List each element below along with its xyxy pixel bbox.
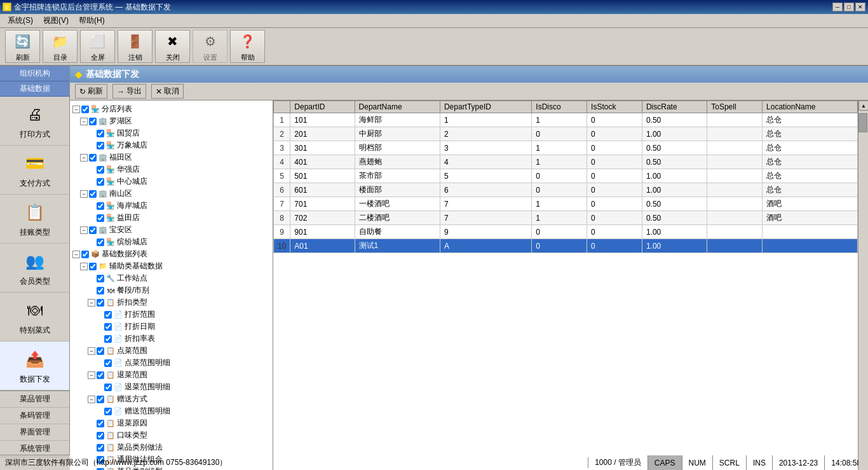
cell-isstock[interactable]: 0	[587, 155, 642, 169]
cell-departid[interactable]: A01	[290, 239, 355, 253]
cell-tospell[interactable]	[707, 225, 763, 239]
tree-checkbox[interactable]	[97, 396, 104, 403]
cell-departname[interactable]: 海鲜部	[355, 113, 440, 127]
sidebar-print[interactable]: 🖨 打印方式	[0, 97, 69, 146]
sidebar-ui-mgmt[interactable]: 界面管理	[0, 424, 69, 441]
cell-isdisco[interactable]: 0	[532, 127, 587, 141]
tree-panel[interactable]: −🏪分店列表−🏢罗湖区🏪国贸店🏪万象城店−🏢福田区🏪华强店🏪中心城店−🏢南山区🏪…	[70, 100, 273, 470]
tree-node[interactable]: −🏢福田区	[72, 151, 270, 163]
cell-locationname[interactable]: 总仓	[763, 169, 858, 183]
sidebar-barcode-mgmt[interactable]: 条码管理	[0, 408, 69, 424]
cell-isstock[interactable]: 0	[587, 141, 642, 155]
toolbar-fullscreen[interactable]: ⬜ 全屏	[80, 30, 115, 63]
cell-isstock[interactable]: 0	[587, 169, 642, 183]
menu-system[interactable]: 系统(S)	[3, 14, 38, 27]
cell-isdisco[interactable]: 0	[532, 183, 587, 197]
scroll-up-btn[interactable]: ▲	[858, 100, 868, 111]
cell-discrate[interactable]: 1.00	[642, 239, 707, 253]
cell-departname[interactable]: 自助餐	[355, 225, 440, 239]
sidebar-data-send[interactable]: 📤 数据下发	[0, 342, 69, 391]
scroll-thumb[interactable]	[858, 113, 867, 132]
cell-departtypeid[interactable]: 1	[440, 113, 531, 127]
tree-node[interactable]: −📦基础数据列表	[72, 248, 270, 260]
menu-help[interactable]: 帮助(H)	[74, 14, 110, 27]
cell-departname[interactable]: 茶市部	[355, 169, 440, 183]
tree-checkbox[interactable]	[97, 238, 104, 246]
tree-checkbox[interactable]	[97, 420, 104, 427]
tree-node[interactable]: −🏢罗湖区	[72, 115, 270, 127]
cell-discrate[interactable]: 0.50	[642, 197, 707, 211]
tree-expand[interactable]: −	[88, 371, 95, 379]
tree-checkbox[interactable]	[104, 384, 112, 391]
cell-departid[interactable]: 501	[290, 169, 355, 183]
tree-node[interactable]: −📋点菜范围	[72, 345, 270, 357]
table-row[interactable]: 2201中厨部2001.00总仓	[274, 127, 858, 141]
action-cancel[interactable]: ✕ 取消	[151, 84, 184, 99]
tree-expand[interactable]: −	[80, 190, 88, 198]
tree-checkbox[interactable]	[104, 335, 112, 343]
tree-node[interactable]: 🏪益田店	[72, 212, 270, 224]
tree-checkbox[interactable]	[81, 251, 89, 258]
table-row[interactable]: 5501茶市部5001.00总仓	[274, 169, 858, 183]
tree-node[interactable]: −🏢南山区	[72, 188, 270, 200]
table-row[interactable]: 7701一楼酒吧7100.50酒吧	[274, 197, 858, 211]
cell-isdisco[interactable]: 1	[532, 197, 587, 211]
cell-discrate[interactable]: 1.00	[642, 127, 707, 141]
cell-tospell[interactable]	[707, 183, 763, 197]
cell-tospell[interactable]	[707, 211, 763, 225]
tree-node[interactable]: −📋退菜范围	[72, 369, 270, 381]
tree-expand[interactable]: −	[72, 251, 80, 258]
tree-node[interactable]: 📋口味类型	[72, 429, 270, 441]
tree-node[interactable]: 📄打折日期	[72, 321, 270, 333]
tree-checkbox[interactable]	[89, 226, 97, 234]
cell-departid[interactable]: 401	[290, 155, 355, 169]
cell-departid[interactable]: 901	[290, 225, 355, 239]
sidebar-payment[interactable]: 💳 支付方式	[0, 146, 69, 195]
cell-isstock[interactable]: 0	[587, 183, 642, 197]
cell-locationname[interactable]: 总仓	[763, 127, 858, 141]
cell-departtypeid[interactable]: 9	[440, 225, 531, 239]
cell-tospell[interactable]	[707, 155, 763, 169]
cell-departtypeid[interactable]: 6	[440, 183, 531, 197]
tree-checkbox[interactable]	[97, 178, 104, 186]
cell-discrate[interactable]: 0.50	[642, 155, 707, 169]
cell-locationname[interactable]: 酒吧	[763, 197, 858, 211]
table-row[interactable]: 3301明档部3100.50总仓	[274, 141, 858, 155]
toolbar-catalog[interactable]: 📁 目录	[43, 30, 78, 63]
cell-discrate[interactable]: 0.50	[642, 113, 707, 127]
tree-expand[interactable]: −	[80, 263, 88, 270]
tree-checkbox[interactable]	[97, 142, 104, 149]
action-export[interactable]: → 导出	[112, 84, 146, 99]
cell-isdisco[interactable]: 0	[532, 239, 587, 253]
cell-tospell[interactable]	[707, 141, 763, 155]
tree-node[interactable]: −📁辅助类基础数据	[72, 260, 270, 272]
tree-expand[interactable]: −	[88, 347, 95, 355]
cell-departtypeid[interactable]: 2	[440, 127, 531, 141]
tree-checkbox[interactable]	[97, 166, 104, 174]
cell-isdisco[interactable]: 1	[532, 155, 587, 169]
tree-expand[interactable]: −	[72, 106, 80, 113]
tree-checkbox[interactable]	[89, 154, 97, 162]
tree-checkbox[interactable]	[97, 275, 104, 282]
tree-node[interactable]: 🏪华强店	[72, 163, 270, 176]
tree-checkbox[interactable]	[104, 408, 112, 415]
tree-node[interactable]: −🏪分店列表	[72, 103, 270, 115]
tree-node[interactable]: 📄折扣率表	[72, 333, 270, 345]
cell-isstock[interactable]: 0	[587, 127, 642, 141]
cell-isstock[interactable]: 0	[587, 197, 642, 211]
cell-isdisco[interactable]: 0	[532, 169, 587, 183]
cell-locationname[interactable]: 总仓	[763, 113, 858, 127]
cell-departname[interactable]: 二楼酒吧	[355, 211, 440, 225]
tree-node[interactable]: 📄点菜范围明细	[72, 357, 270, 369]
cell-departname[interactable]: 一楼酒吧	[355, 197, 440, 211]
tree-expand[interactable]: −	[80, 118, 88, 125]
toolbar-close[interactable]: ✖ 关闭	[155, 30, 190, 63]
cell-isstock[interactable]: 0	[587, 211, 642, 225]
table-row[interactable]: 4401燕翅鲍4100.50总仓	[274, 155, 858, 169]
tree-scrollbar[interactable]: ▲ ▼	[858, 100, 868, 470]
tree-checkbox[interactable]	[97, 287, 104, 294]
cell-tospell[interactable]	[707, 113, 763, 127]
tree-checkbox[interactable]	[97, 444, 104, 452]
cell-discrate[interactable]: 1.00	[642, 183, 707, 197]
tree-checkbox[interactable]	[97, 202, 104, 210]
